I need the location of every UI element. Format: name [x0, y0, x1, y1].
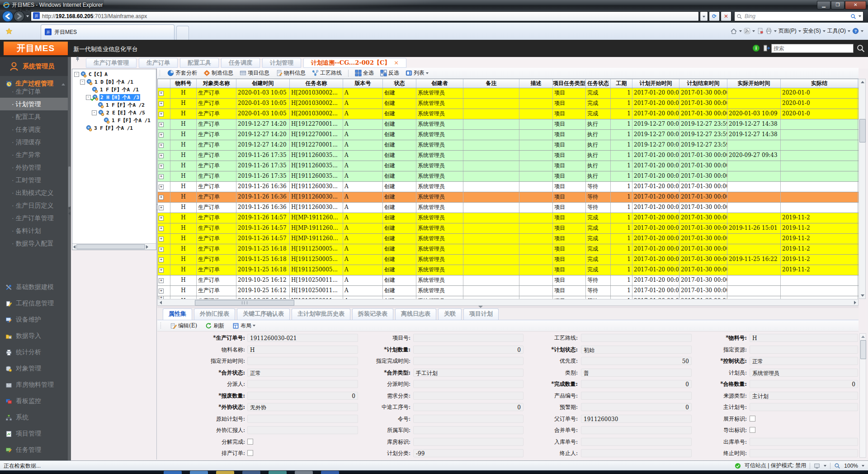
form-input[interactable]: 系统管理员 — [750, 369, 858, 377]
taskbar-app-icon[interactable] — [242, 471, 260, 474]
form-checkbox[interactable] — [750, 427, 755, 433]
status-text: 正在检索数据... — [4, 462, 41, 470]
form-label: *报废数量: — [158, 391, 245, 400]
form-label: *外协状态: — [158, 403, 245, 412]
form-label: 类别: — [492, 368, 578, 377]
form-label: 库房标识: — [325, 437, 410, 446]
form-label: *计划数量: — [325, 345, 410, 354]
form-label: *控制状态: — [661, 356, 747, 365]
form-label: *合并状态: — [158, 368, 245, 377]
form-label: 展开标识: — [661, 414, 747, 423]
taskbar-app-icon[interactable] — [190, 471, 208, 474]
form-input[interactable] — [750, 346, 858, 354]
property-form: *生产订单号:1911260030-021物料名称:H指定开始时间:*合并状态:… — [0, 0, 868, 474]
form-label: 指定资源: — [661, 345, 747, 354]
taskbar-app-icon[interactable] — [216, 471, 234, 474]
ie-window: 开目MES - Windows Internet Explorer ▁ ❐ ✕ … — [0, 0, 868, 474]
form-label: *计划状态: — [492, 345, 578, 354]
form-label: 外协汇报人: — [158, 426, 245, 435]
form-label: 中途工序号: — [325, 403, 410, 412]
taskbar-app-icon[interactable] — [164, 471, 182, 474]
form-label: 指定完成时间: — [325, 356, 410, 365]
form-input[interactable]: 主计划 — [750, 392, 858, 400]
form-checkbox[interactable] — [247, 450, 253, 456]
form-label: 终止人: — [492, 449, 578, 458]
form-label: *物料号: — [661, 333, 747, 342]
form-label: 工艺路线: — [492, 333, 578, 342]
form-label: 需求分类: — [325, 391, 410, 400]
form-label: *生产订单号: — [158, 333, 245, 342]
trusted-site-icon — [735, 463, 741, 469]
form-label: 计划员: — [661, 368, 747, 377]
form-label: 指定开始时间: — [158, 356, 245, 365]
zoom-icon[interactable] — [834, 463, 840, 469]
form-label: 项目号: — [325, 333, 410, 342]
form-label: 预警期: — [492, 403, 578, 412]
taskbar-app-icon[interactable] — [295, 471, 313, 474]
form-label: *完成数量: — [492, 379, 578, 389]
form-label: *合并类型: — [325, 368, 410, 377]
taskbar-app-icon[interactable] — [321, 471, 339, 474]
form-label: 计划分类: — [325, 449, 410, 458]
form-label: 合并单号: — [492, 426, 578, 435]
zoom-dropdown-icon[interactable] — [862, 465, 864, 467]
form-label: 产品编号: — [492, 391, 578, 400]
form-input[interactable] — [750, 438, 858, 446]
form-input[interactable]: 正常 — [750, 357, 858, 365]
scroll-up-icon[interactable] — [859, 334, 866, 339]
form-checkbox[interactable] — [247, 439, 253, 445]
form-label: 入库单号: — [492, 437, 578, 446]
form-label: 排产订单: — [158, 449, 245, 458]
form-label: 来源类型: — [661, 391, 747, 400]
form-vscroll-thumb[interactable] — [860, 340, 866, 359]
form-label: 所属车间: — [325, 426, 410, 435]
form-label: *合格数量: — [661, 379, 747, 389]
taskbar-app-icon[interactable] — [269, 471, 287, 474]
form-label: 原始计划号: — [158, 414, 245, 423]
form-label: 分派人: — [158, 379, 245, 389]
form-label: 分解完成: — [158, 437, 245, 446]
form-label: 主计划号: — [661, 403, 747, 412]
form-input[interactable] — [750, 403, 858, 411]
mode-dropdown-icon[interactable] — [824, 465, 826, 467]
form-label: 出库单号: — [661, 437, 747, 446]
status-right: 可信站点 | 保护模式: 禁用 100% — [735, 462, 864, 469]
form-checkbox[interactable] — [750, 416, 755, 422]
security-zone-label: 可信站点 | 保护模式: 禁用 — [745, 462, 806, 469]
form-label: 优先度: — [492, 356, 578, 365]
form-label: 父订单号: — [492, 414, 578, 423]
zoom-level[interactable]: 100% — [844, 463, 858, 469]
form-vscrollbar[interactable] — [859, 333, 866, 458]
form-label: 终止时间: — [661, 449, 747, 458]
form-input[interactable]: H — [750, 334, 858, 342]
form-label: 令号: — [325, 414, 410, 423]
form-label: 物料名称: — [158, 345, 245, 354]
page-mode-icon[interactable] — [814, 463, 820, 469]
form-label: 导出标识: — [661, 426, 747, 435]
form-label: 分派时间: — [325, 379, 410, 389]
form-input[interactable]: 0 — [750, 380, 858, 388]
windows-taskbar[interactable] — [0, 470, 868, 474]
form-input[interactable] — [750, 449, 858, 457]
